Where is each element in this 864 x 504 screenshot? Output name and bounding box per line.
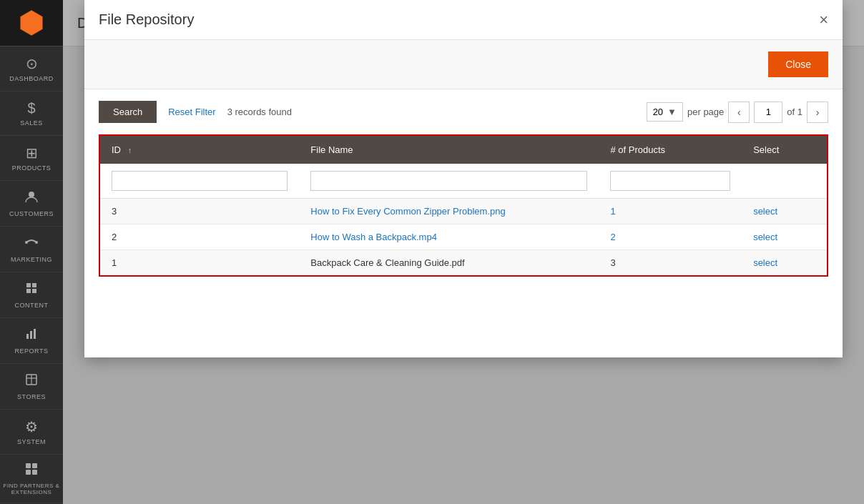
row-3-select-link[interactable]: select: [753, 257, 777, 268]
products-icon: ⊞: [26, 144, 38, 162]
row-1-select-link[interactable]: select: [753, 206, 777, 217]
row-2-id: 2: [99, 224, 299, 250]
find-icon: [24, 462, 39, 480]
sidebar-item-dashboard-label: DASHBOARD: [9, 75, 54, 82]
pagination-area: 20 ▼ per page ‹ of 1 ›: [647, 102, 828, 123]
table-filter-row: [99, 164, 828, 199]
row-1-filename-link[interactable]: How to Fix Every Common Zipper Problem.p…: [310, 206, 505, 217]
sidebar-item-system[interactable]: ⚙ SYSTEM: [0, 410, 63, 455]
svg-rect-16: [32, 470, 37, 475]
sidebar-item-customers[interactable]: CUSTOMERS: [0, 181, 63, 227]
modal-overlay: File Repository × Close Search Reset Fil…: [63, 0, 864, 504]
per-page-chevron-icon: ▼: [667, 107, 677, 117]
sidebar: ⊙ DASHBOARD $ SALES ⊞ PRODUCTS CUSTOMERS…: [0, 0, 63, 504]
filename-filter-input[interactable]: [310, 171, 587, 191]
row-2-select-link[interactable]: select: [753, 232, 777, 242]
svg-rect-15: [26, 470, 31, 475]
row-2-products-link[interactable]: 2: [610, 232, 615, 242]
svg-rect-3: [26, 283, 31, 287]
file-repository-table: ID ↑ File Name # of Products Select: [99, 134, 828, 277]
sidebar-item-sales[interactable]: $ SALES: [0, 92, 63, 136]
system-icon: ⚙: [25, 418, 38, 435]
sort-icon[interactable]: ↑: [128, 146, 132, 154]
stores-icon: [24, 372, 39, 390]
per-page-label: per page: [687, 107, 724, 117]
row-1-products: 1: [599, 199, 742, 224]
sidebar-item-content-label: CONTENT: [15, 302, 49, 309]
sidebar-item-reports[interactable]: REPORTS: [0, 318, 63, 364]
row-2-filename: How to Wash a Backpack.mp4: [299, 224, 599, 250]
modal-toolbar: Close: [84, 40, 843, 89]
row-1-select: select: [742, 199, 828, 224]
per-page-selector[interactable]: 20 ▼: [647, 102, 683, 122]
sidebar-item-reports-label: REPORTS: [15, 347, 49, 355]
customers-icon: [24, 189, 39, 207]
col-header-select: Select: [742, 135, 828, 164]
sidebar-item-find-label: FIND PARTNERS & EXTENSIONS: [3, 483, 60, 495]
per-page-value: 20: [653, 107, 663, 117]
sidebar-item-marketing-label: MARKETING: [11, 256, 52, 263]
svg-rect-6: [32, 289, 36, 293]
svg-rect-13: [26, 463, 31, 468]
svg-point-1: [25, 241, 28, 244]
svg-rect-8: [30, 331, 32, 339]
modal-header: File Repository ×: [84, 0, 843, 40]
table-row: 3 How to Fix Every Common Zipper Problem…: [99, 199, 828, 224]
svg-rect-5: [26, 289, 31, 293]
records-found-label: 3 records found: [227, 107, 292, 117]
main-area: Driv File Repository × Close Search Rese…: [63, 0, 864, 504]
sidebar-item-products[interactable]: ⊞ PRODUCTS: [0, 136, 63, 181]
sidebar-item-system-label: SYSTEM: [17, 438, 46, 445]
modal-close-button[interactable]: ×: [819, 12, 828, 28]
row-3-filename: Backpack Care & Cleaning Guide.pdf: [299, 250, 599, 277]
svg-rect-7: [26, 334, 29, 339]
sidebar-item-content[interactable]: CONTENT: [0, 272, 63, 318]
row-1-products-link[interactable]: 1: [610, 206, 615, 217]
row-3-products: 3: [599, 250, 742, 277]
svg-rect-9: [34, 329, 36, 339]
sidebar-item-products-label: PRODUCTS: [12, 164, 51, 172]
modal-title: File Repository: [99, 11, 194, 28]
row-2-select: select: [742, 224, 828, 250]
marketing-icon: [24, 235, 39, 253]
svg-rect-14: [32, 463, 37, 468]
sidebar-item-find[interactable]: FIND PARTNERS & EXTENSIONS: [0, 455, 63, 503]
sidebar-item-sales-label: SALES: [20, 119, 43, 127]
page-of-label: of 1: [787, 107, 802, 117]
row-2-products: 2: [599, 224, 742, 250]
row-1-id: 3: [99, 199, 299, 224]
table-row: 1 Backpack Care & Cleaning Guide.pdf 3 s…: [99, 250, 828, 277]
sidebar-item-stores-label: STORES: [17, 393, 46, 400]
reports-icon: [24, 327, 39, 345]
svg-point-2: [35, 241, 38, 244]
row-3-select: select: [742, 250, 828, 277]
sidebar-item-dashboard[interactable]: ⊙ DASHBOARD: [0, 46, 63, 92]
file-repository-modal: File Repository × Close Search Reset Fil…: [84, 0, 843, 357]
col-header-filename: File Name: [299, 135, 599, 164]
row-1-filename: How to Fix Every Common Zipper Problem.p…: [299, 199, 599, 224]
svg-rect-4: [32, 283, 36, 287]
sales-icon: $: [27, 100, 35, 117]
close-button[interactable]: Close: [768, 51, 828, 77]
reset-filter-button[interactable]: Reset Filter: [168, 107, 215, 117]
sidebar-item-stores[interactable]: STORES: [0, 364, 63, 410]
svg-point-0: [29, 192, 34, 197]
row-3-id: 1: [99, 250, 299, 277]
dashboard-icon: ⊙: [26, 55, 38, 72]
id-filter-input[interactable]: [112, 171, 288, 191]
table-row: 2 How to Wash a Backpack.mp4 2 select: [99, 224, 828, 250]
page-number-input[interactable]: [754, 102, 782, 123]
sidebar-logo: [0, 0, 63, 46]
sidebar-item-customers-label: CUSTOMERS: [9, 210, 54, 217]
prev-page-button[interactable]: ‹: [728, 102, 750, 123]
products-filter-input[interactable]: [610, 171, 730, 191]
col-header-products: # of Products: [599, 135, 742, 164]
row-2-filename-link[interactable]: How to Wash a Backpack.mp4: [310, 232, 437, 242]
col-header-id: ID ↑: [99, 135, 299, 164]
content-icon: [24, 281, 39, 299]
search-button[interactable]: Search: [99, 101, 157, 123]
modal-body: Search Reset Filter 3 records found 20 ▼…: [84, 89, 843, 357]
next-page-button[interactable]: ›: [807, 102, 828, 123]
search-bar: Search Reset Filter 3 records found 20 ▼…: [99, 101, 828, 123]
sidebar-item-marketing[interactable]: MARKETING: [0, 227, 63, 272]
